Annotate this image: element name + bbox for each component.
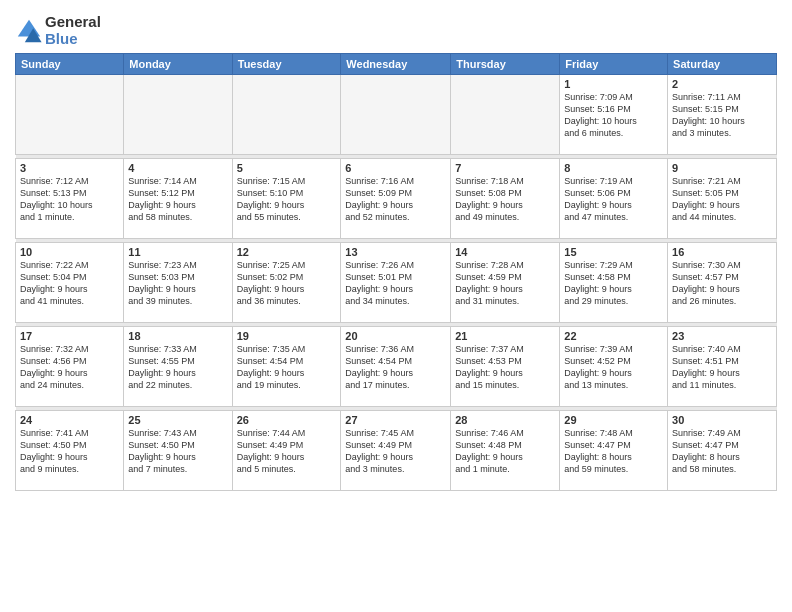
day-info: Sunrise: 7:49 AM Sunset: 4:47 PM Dayligh… bbox=[672, 427, 772, 476]
calendar-page: General Blue SundayMondayTuesdayWednesda… bbox=[0, 0, 792, 612]
day-number: 19 bbox=[237, 330, 337, 342]
day-info: Sunrise: 7:21 AM Sunset: 5:05 PM Dayligh… bbox=[672, 175, 772, 224]
calendar-cell: 18Sunrise: 7:33 AM Sunset: 4:55 PM Dayli… bbox=[124, 327, 232, 407]
calendar-cell: 29Sunrise: 7:48 AM Sunset: 4:47 PM Dayli… bbox=[560, 411, 668, 491]
day-number: 5 bbox=[237, 162, 337, 174]
calendar-cell: 28Sunrise: 7:46 AM Sunset: 4:48 PM Dayli… bbox=[451, 411, 560, 491]
day-info: Sunrise: 7:09 AM Sunset: 5:16 PM Dayligh… bbox=[564, 91, 663, 140]
calendar-cell: 23Sunrise: 7:40 AM Sunset: 4:51 PM Dayli… bbox=[668, 327, 777, 407]
day-info: Sunrise: 7:26 AM Sunset: 5:01 PM Dayligh… bbox=[345, 259, 446, 308]
day-number: 2 bbox=[672, 78, 772, 90]
calendar-cell: 11Sunrise: 7:23 AM Sunset: 5:03 PM Dayli… bbox=[124, 243, 232, 323]
weekday-header-friday: Friday bbox=[560, 54, 668, 75]
calendar-cell: 21Sunrise: 7:37 AM Sunset: 4:53 PM Dayli… bbox=[451, 327, 560, 407]
day-number: 21 bbox=[455, 330, 555, 342]
day-info: Sunrise: 7:22 AM Sunset: 5:04 PM Dayligh… bbox=[20, 259, 119, 308]
day-info: Sunrise: 7:46 AM Sunset: 4:48 PM Dayligh… bbox=[455, 427, 555, 476]
page-header: General Blue bbox=[15, 10, 777, 47]
day-number: 24 bbox=[20, 414, 119, 426]
day-number: 28 bbox=[455, 414, 555, 426]
day-info: Sunrise: 7:11 AM Sunset: 5:15 PM Dayligh… bbox=[672, 91, 772, 140]
day-number: 7 bbox=[455, 162, 555, 174]
day-number: 11 bbox=[128, 246, 227, 258]
day-info: Sunrise: 7:19 AM Sunset: 5:06 PM Dayligh… bbox=[564, 175, 663, 224]
day-info: Sunrise: 7:15 AM Sunset: 5:10 PM Dayligh… bbox=[237, 175, 337, 224]
day-number: 15 bbox=[564, 246, 663, 258]
calendar-cell: 30Sunrise: 7:49 AM Sunset: 4:47 PM Dayli… bbox=[668, 411, 777, 491]
calendar-cell: 14Sunrise: 7:28 AM Sunset: 4:59 PM Dayli… bbox=[451, 243, 560, 323]
calendar-cell: 10Sunrise: 7:22 AM Sunset: 5:04 PM Dayli… bbox=[16, 243, 124, 323]
calendar-cell: 3Sunrise: 7:12 AM Sunset: 5:13 PM Daylig… bbox=[16, 159, 124, 239]
day-info: Sunrise: 7:37 AM Sunset: 4:53 PM Dayligh… bbox=[455, 343, 555, 392]
day-number: 3 bbox=[20, 162, 119, 174]
calendar-cell: 13Sunrise: 7:26 AM Sunset: 5:01 PM Dayli… bbox=[341, 243, 451, 323]
calendar-cell: 25Sunrise: 7:43 AM Sunset: 4:50 PM Dayli… bbox=[124, 411, 232, 491]
day-number: 13 bbox=[345, 246, 446, 258]
day-number: 27 bbox=[345, 414, 446, 426]
day-info: Sunrise: 7:35 AM Sunset: 4:54 PM Dayligh… bbox=[237, 343, 337, 392]
weekday-header-sunday: Sunday bbox=[16, 54, 124, 75]
day-number: 26 bbox=[237, 414, 337, 426]
day-info: Sunrise: 7:41 AM Sunset: 4:50 PM Dayligh… bbox=[20, 427, 119, 476]
day-number: 16 bbox=[672, 246, 772, 258]
day-number: 4 bbox=[128, 162, 227, 174]
day-info: Sunrise: 7:16 AM Sunset: 5:09 PM Dayligh… bbox=[345, 175, 446, 224]
weekday-header-tuesday: Tuesday bbox=[232, 54, 341, 75]
day-info: Sunrise: 7:12 AM Sunset: 5:13 PM Dayligh… bbox=[20, 175, 119, 224]
day-info: Sunrise: 7:45 AM Sunset: 4:49 PM Dayligh… bbox=[345, 427, 446, 476]
calendar-cell: 1Sunrise: 7:09 AM Sunset: 5:16 PM Daylig… bbox=[560, 75, 668, 155]
logo: General Blue bbox=[15, 14, 101, 47]
calendar-cell: 16Sunrise: 7:30 AM Sunset: 4:57 PM Dayli… bbox=[668, 243, 777, 323]
weekday-header-thursday: Thursday bbox=[451, 54, 560, 75]
day-info: Sunrise: 7:25 AM Sunset: 5:02 PM Dayligh… bbox=[237, 259, 337, 308]
calendar-cell: 15Sunrise: 7:29 AM Sunset: 4:58 PM Dayli… bbox=[560, 243, 668, 323]
day-number: 20 bbox=[345, 330, 446, 342]
weekday-header-wednesday: Wednesday bbox=[341, 54, 451, 75]
day-info: Sunrise: 7:44 AM Sunset: 4:49 PM Dayligh… bbox=[237, 427, 337, 476]
day-info: Sunrise: 7:32 AM Sunset: 4:56 PM Dayligh… bbox=[20, 343, 119, 392]
day-number: 18 bbox=[128, 330, 227, 342]
day-info: Sunrise: 7:48 AM Sunset: 4:47 PM Dayligh… bbox=[564, 427, 663, 476]
day-info: Sunrise: 7:23 AM Sunset: 5:03 PM Dayligh… bbox=[128, 259, 227, 308]
logo-text-blue: Blue bbox=[45, 31, 101, 48]
calendar-cell: 22Sunrise: 7:39 AM Sunset: 4:52 PM Dayli… bbox=[560, 327, 668, 407]
calendar-cell: 4Sunrise: 7:14 AM Sunset: 5:12 PM Daylig… bbox=[124, 159, 232, 239]
day-info: Sunrise: 7:40 AM Sunset: 4:51 PM Dayligh… bbox=[672, 343, 772, 392]
calendar-cell: 19Sunrise: 7:35 AM Sunset: 4:54 PM Dayli… bbox=[232, 327, 341, 407]
day-number: 22 bbox=[564, 330, 663, 342]
calendar-cell: 27Sunrise: 7:45 AM Sunset: 4:49 PM Dayli… bbox=[341, 411, 451, 491]
day-number: 29 bbox=[564, 414, 663, 426]
calendar-cell: 24Sunrise: 7:41 AM Sunset: 4:50 PM Dayli… bbox=[16, 411, 124, 491]
calendar-cell: 8Sunrise: 7:19 AM Sunset: 5:06 PM Daylig… bbox=[560, 159, 668, 239]
svg-marker-0 bbox=[18, 19, 40, 36]
calendar-cell: 5Sunrise: 7:15 AM Sunset: 5:10 PM Daylig… bbox=[232, 159, 341, 239]
calendar-table: SundayMondayTuesdayWednesdayThursdayFrid… bbox=[15, 53, 777, 491]
day-info: Sunrise: 7:14 AM Sunset: 5:12 PM Dayligh… bbox=[128, 175, 227, 224]
calendar-cell bbox=[232, 75, 341, 155]
day-number: 10 bbox=[20, 246, 119, 258]
logo-text-general: General bbox=[45, 14, 101, 31]
logo-icon bbox=[15, 17, 43, 45]
day-info: Sunrise: 7:36 AM Sunset: 4:54 PM Dayligh… bbox=[345, 343, 446, 392]
weekday-header-monday: Monday bbox=[124, 54, 232, 75]
day-number: 14 bbox=[455, 246, 555, 258]
calendar-cell: 17Sunrise: 7:32 AM Sunset: 4:56 PM Dayli… bbox=[16, 327, 124, 407]
day-info: Sunrise: 7:39 AM Sunset: 4:52 PM Dayligh… bbox=[564, 343, 663, 392]
calendar-cell: 20Sunrise: 7:36 AM Sunset: 4:54 PM Dayli… bbox=[341, 327, 451, 407]
calendar-cell: 12Sunrise: 7:25 AM Sunset: 5:02 PM Dayli… bbox=[232, 243, 341, 323]
day-info: Sunrise: 7:18 AM Sunset: 5:08 PM Dayligh… bbox=[455, 175, 555, 224]
calendar-cell: 7Sunrise: 7:18 AM Sunset: 5:08 PM Daylig… bbox=[451, 159, 560, 239]
calendar-cell: 26Sunrise: 7:44 AM Sunset: 4:49 PM Dayli… bbox=[232, 411, 341, 491]
day-info: Sunrise: 7:28 AM Sunset: 4:59 PM Dayligh… bbox=[455, 259, 555, 308]
day-number: 6 bbox=[345, 162, 446, 174]
day-info: Sunrise: 7:30 AM Sunset: 4:57 PM Dayligh… bbox=[672, 259, 772, 308]
day-number: 8 bbox=[564, 162, 663, 174]
calendar-cell bbox=[124, 75, 232, 155]
day-info: Sunrise: 7:33 AM Sunset: 4:55 PM Dayligh… bbox=[128, 343, 227, 392]
day-number: 25 bbox=[128, 414, 227, 426]
day-number: 12 bbox=[237, 246, 337, 258]
calendar-cell: 2Sunrise: 7:11 AM Sunset: 5:15 PM Daylig… bbox=[668, 75, 777, 155]
calendar-cell bbox=[341, 75, 451, 155]
calendar-cell bbox=[451, 75, 560, 155]
calendar-cell bbox=[16, 75, 124, 155]
